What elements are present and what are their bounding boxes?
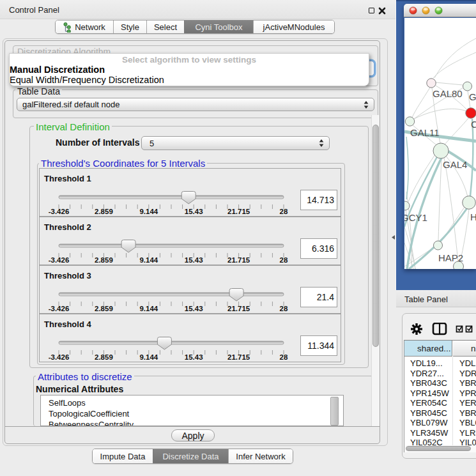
svg-text:HAP2: HAP2	[438, 252, 463, 263]
svg-text:9.144: 9.144	[139, 305, 158, 312]
svg-text:GAL80: GAL80	[433, 88, 463, 99]
svg-text:2.859: 2.859	[95, 256, 113, 264]
svg-text:CR: CR	[471, 119, 476, 130]
svg-text:HA: HA	[470, 211, 476, 222]
svg-text:21.715: 21.715	[227, 305, 250, 312]
svg-text:15.43: 15.43	[185, 353, 203, 361]
svg-text:21.715: 21.715	[227, 208, 250, 215]
svg-text:9.144: 9.144	[139, 353, 158, 361]
svg-text:GCY1: GCY1	[404, 212, 427, 223]
svg-text:21.715: 21.715	[227, 353, 250, 361]
svg-text:15.43: 15.43	[185, 305, 203, 312]
svg-text:GAL4: GAL4	[443, 159, 467, 170]
svg-text:21.715: 21.715	[227, 256, 250, 264]
svg-text:9.144: 9.144	[139, 208, 158, 215]
svg-text:-3.426: -3.426	[49, 208, 70, 215]
svg-text:15.43: 15.43	[185, 256, 203, 264]
svg-text:28: 28	[280, 353, 288, 361]
svg-text:-3.426: -3.426	[49, 256, 70, 264]
svg-text:28: 28	[280, 208, 288, 215]
svg-text:GA: GA	[469, 91, 476, 102]
svg-text:-3.426: -3.426	[49, 305, 70, 312]
svg-text:GAL11: GAL11	[410, 127, 440, 138]
svg-text:-3.426: -3.426	[49, 353, 70, 361]
svg-text:2.859: 2.859	[95, 305, 113, 312]
svg-text:2.859: 2.859	[95, 353, 113, 361]
svg-text:2.859: 2.859	[95, 208, 113, 215]
svg-text:28: 28	[280, 256, 288, 264]
svg-text:28: 28	[280, 305, 288, 312]
svg-text:15.43: 15.43	[185, 208, 203, 215]
svg-text:9.144: 9.144	[139, 256, 158, 264]
